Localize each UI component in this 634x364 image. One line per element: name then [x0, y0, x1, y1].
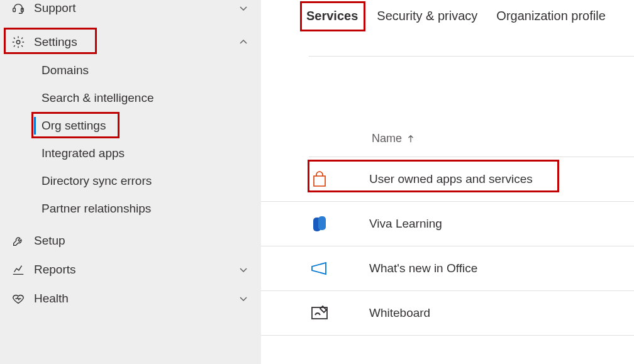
service-row-whiteboard[interactable]: Whiteboard — [261, 291, 634, 336]
headset-icon — [11, 1, 34, 15]
tab-label: Organization profile — [496, 9, 605, 23]
sidebar-sub-integrated-apps[interactable]: Integrated apps — [0, 140, 261, 167]
sidebar-sub-org-settings[interactable]: Org settings — [0, 112, 261, 140]
sidebar-item-health[interactable]: Health — [0, 284, 261, 313]
svg-point-2 — [16, 40, 20, 44]
sidebar-item-support[interactable]: Support — [0, 0, 261, 23]
tab-organization-profile[interactable]: Organization profile — [495, 5, 606, 30]
column-header-name[interactable]: Name — [372, 132, 634, 157]
chart-icon — [11, 263, 34, 277]
sidebar-sub-search-intelligence[interactable]: Search & intelligence — [0, 84, 261, 112]
tab-label: Services — [306, 9, 358, 23]
svg-rect-5 — [312, 307, 327, 319]
svg-rect-0 — [13, 8, 16, 12]
chevron-down-icon — [238, 3, 248, 13]
whiteboard-icon — [309, 302, 369, 324]
sidebar-sub-label: Domains — [42, 63, 89, 77]
sidebar-item-settings[interactable]: Settings — [0, 28, 261, 57]
sidebar-sub-domains[interactable]: Domains — [0, 57, 261, 84]
divider — [309, 56, 634, 57]
sidebar-item-label: Setup — [34, 234, 248, 248]
sidebar-item-reports[interactable]: Reports — [0, 255, 261, 284]
column-header-label: Name — [372, 132, 402, 145]
gear-icon — [11, 35, 34, 49]
viva-learning-icon — [309, 213, 369, 234]
sidebar-sub-label: Integrated apps — [42, 146, 125, 160]
chevron-down-icon — [238, 265, 248, 275]
sidebar-item-label: Reports — [34, 263, 238, 277]
megaphone-icon — [309, 258, 369, 279]
chevron-up-icon — [238, 37, 248, 47]
service-row-user-owned-apps[interactable]: User owned apps and services — [261, 157, 634, 202]
sidebar-sub-label: Directory sync errors — [42, 174, 152, 187]
sidebar-sub-directory-sync-errors[interactable]: Directory sync errors — [0, 167, 261, 195]
sidebar-sub-label: Org settings — [42, 119, 106, 132]
service-row-viva-learning[interactable]: Viva Learning — [261, 202, 634, 246]
shopping-bag-icon — [309, 168, 369, 190]
sidebar-sub-partner-relationships[interactable]: Partner relationships — [0, 195, 261, 223]
svg-rect-4 — [318, 216, 326, 230]
main-content: Services Security & privacy Organization… — [261, 0, 634, 364]
service-row-label: Viva Learning — [369, 217, 442, 231]
sidebar-sub-label: Partner relationships — [42, 202, 151, 215]
service-row-whats-new-office[interactable]: What's new in Office — [261, 246, 634, 291]
wrench-icon — [11, 234, 34, 248]
sidebar-item-label: Health — [34, 292, 238, 306]
sidebar-item-label: Support — [34, 1, 238, 15]
sidebar-sub-label: Search & intelligence — [42, 91, 154, 104]
sidebar-item-setup[interactable]: Setup — [0, 226, 261, 255]
service-row-label: What's new in Office — [369, 262, 477, 275]
tab-security-privacy[interactable]: Security & privacy — [375, 5, 479, 30]
service-row-label: User owned apps and services — [369, 172, 533, 186]
heart-icon — [11, 292, 34, 306]
chevron-down-icon — [238, 294, 248, 304]
tab-services[interactable]: Services — [305, 5, 359, 30]
service-row-label: Whiteboard — [369, 306, 430, 320]
arrow-up-icon — [407, 135, 414, 143]
tabs: Services Security & privacy Organization… — [261, 5, 634, 30]
sidebar: Support Settings Domains Search & intell… — [0, 0, 261, 364]
tab-label: Security & privacy — [377, 9, 477, 23]
sidebar-item-label: Settings — [34, 35, 238, 49]
